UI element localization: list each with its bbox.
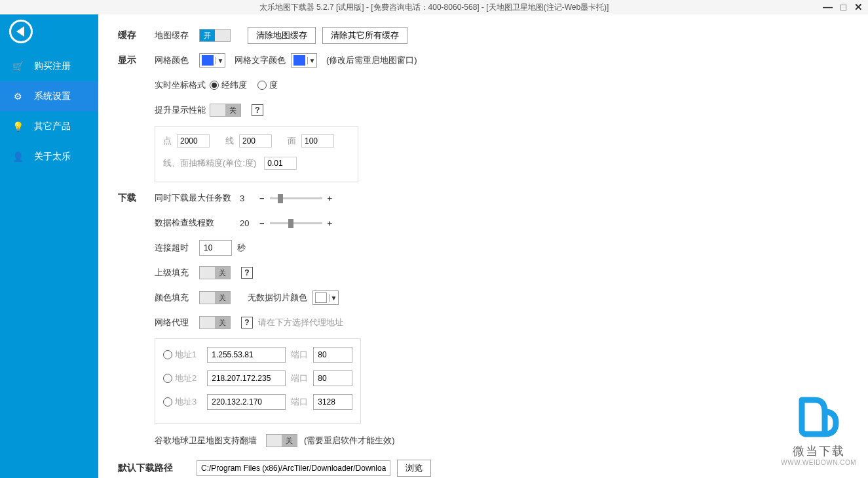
plus-button[interactable]: + [328,218,333,228]
max-tasks-value: 3 [240,193,259,203]
performance-box: 点 线 面 线、面抽稀精度(单位:度) [155,126,358,182]
radio-degree[interactable]: 度 [257,79,278,91]
proxy-toggle[interactable]: 关 [199,316,231,329]
label-port: 端口 [291,349,308,361]
radio-latlon[interactable]: 经纬度 [210,79,247,91]
help-icon[interactable]: ? [241,267,253,279]
label-google-wall: 谷歌地球卫星地图支持翻墙 [155,435,266,447]
proxy3-addr-input[interactable] [207,394,286,410]
label-no-data-tile: 无数据切片颜色 [248,292,307,304]
browse-download-button[interactable]: 浏览 [397,460,431,477]
label-line: 线 [225,135,234,147]
label-port: 端口 [291,372,308,384]
sidebar-item-label: 系统设置 [34,90,71,102]
chevron-down-icon: ▼ [307,57,316,64]
label-color-fill: 颜色填充 [155,292,199,304]
proxy3-port-input[interactable] [313,394,352,410]
clear-map-cache-button[interactable]: 清除地图缓存 [248,27,316,44]
cart-icon: 🛒 [12,60,24,72]
face-input[interactable] [301,134,334,148]
watermark-logo-icon [795,393,842,441]
label-boost-display: 提升显示性能 [155,104,210,116]
color-fill-toggle[interactable]: 关 [199,291,231,304]
grid-text-color-picker[interactable]: ▼ [291,53,317,68]
radio-icon [163,374,172,383]
radio-addr3[interactable]: 地址3 [163,396,197,408]
person-icon: 👤 [12,151,24,163]
help-icon[interactable]: ? [241,317,253,329]
window-title: 太乐地图下载器 5.2.7 [试用版] - [免费咨询电话：400-8060-5… [259,2,609,13]
label-face: 面 [288,135,296,147]
sidebar-item-purchase[interactable]: 🛒 购买注册 [0,51,98,81]
watermark: 微当下载 WWW.WEIDOWN.COM [781,393,856,466]
restart-hint: (修改后需重启地图窗口) [326,54,417,66]
upper-fill-toggle[interactable]: 关 [199,266,231,279]
radio-icon [257,81,267,90]
clear-other-cache-button[interactable]: 清除其它所有缓存 [322,27,407,44]
label-timeout: 连接超时 [155,242,199,254]
label-point: 点 [163,135,172,147]
label-download-path: 默认下载路径 [118,462,197,474]
label-upper-fill: 上级填充 [155,267,199,279]
proxy2-port-input[interactable] [313,370,352,386]
radio-icon [163,397,172,407]
label-proxy: 网络代理 [155,317,199,329]
help-icon[interactable]: ? [252,104,263,116]
grid-color-picker[interactable]: ▼ [199,53,225,68]
no-data-color-picker[interactable]: ▼ [312,290,339,305]
radio-icon [163,350,172,359]
timeout-input[interactable] [199,240,232,256]
sidebar: 🛒 购买注册 ⚙ 系统设置 💡 其它产品 👤 关于太乐 [0,14,98,478]
color-swatch [202,55,214,66]
back-button[interactable] [9,20,35,46]
check-threads-value: 20 [240,218,259,228]
sidebar-item-label: 其它产品 [34,121,71,132]
radio-addr1[interactable]: 地址1 [163,349,197,361]
download-path-input[interactable] [197,460,390,476]
precision-input[interactable] [264,157,297,170]
sidebar-item-label: 关于太乐 [34,151,71,163]
sidebar-item-about[interactable]: 👤 关于太乐 [0,142,98,172]
map-cache-toggle[interactable]: 开 [199,29,231,42]
proxy1-port-input[interactable] [313,347,352,363]
sidebar-item-settings[interactable]: ⚙ 系统设置 [0,81,98,111]
label-precision: 线、面抽稀精度(单位:度) [163,157,256,169]
maximize-button[interactable]: □ [840,1,846,13]
proxy-box: 地址1 端口 地址2 端口 地址3 端口 [155,338,361,424]
google-wall-toggle[interactable]: 关 [266,434,297,447]
watermark-text: 微当下载 [781,443,856,459]
lightbulb-icon: 💡 [12,121,24,132]
chevron-down-icon: ▼ [216,57,225,64]
minus-button[interactable]: − [259,218,265,228]
label-port: 端口 [291,396,308,408]
proxy1-addr-input[interactable] [207,347,286,363]
line-input[interactable] [239,134,272,148]
restart-soft-hint: (需要重启软件才能生效) [304,435,395,447]
content-area: 缓存 地图缓存 开 清除地图缓存 清除其它所有缓存 显示 网格颜色 ▼ 网格文字… [98,14,868,478]
label-grid-color: 网格颜色 [155,54,199,66]
check-threads-slider[interactable] [270,222,322,224]
section-download: 下载 [118,192,155,204]
plus-button[interactable]: + [328,193,333,203]
point-input[interactable] [177,134,210,148]
max-tasks-slider[interactable] [270,197,322,199]
close-button[interactable]: ✕ [854,1,863,13]
minus-button[interactable]: − [259,193,265,203]
section-display: 显示 [118,54,155,66]
section-cache: 缓存 [118,30,155,41]
proxy2-addr-input[interactable] [207,370,286,386]
chevron-down-icon: ▼ [329,294,338,302]
label-check-threads: 数据检查线程数 [155,217,240,229]
sidebar-item-label: 购买注册 [34,60,71,72]
radio-icon [210,81,219,90]
sidebar-item-products[interactable]: 💡 其它产品 [0,111,98,142]
label-map-cache: 地图缓存 [155,30,199,41]
minimize-button[interactable]: — [823,1,833,13]
boost-display-toggle[interactable]: 关 [210,104,241,117]
label-max-tasks: 同时下载最大任务数 [155,192,240,204]
gear-icon: ⚙ [12,90,24,102]
radio-addr2[interactable]: 地址2 [163,372,197,384]
back-arrow-icon [16,26,24,37]
color-swatch [293,55,305,66]
label-grid-text-color: 网格文字颜色 [235,54,286,66]
